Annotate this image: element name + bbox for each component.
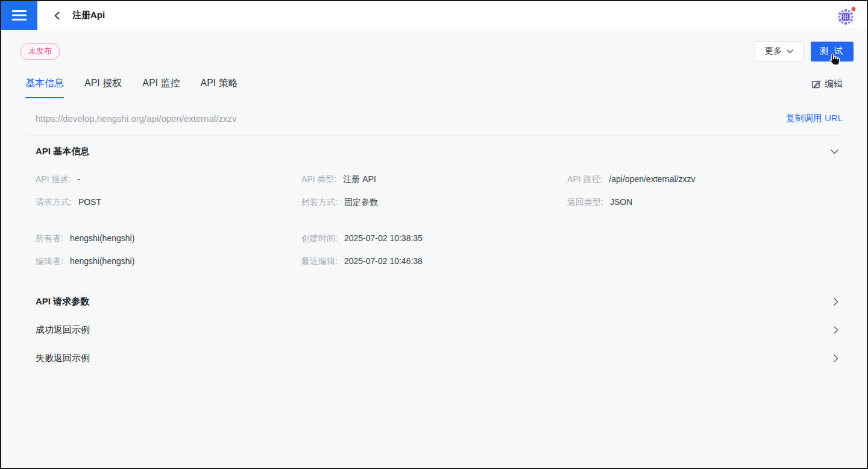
tab-bar: 基本信息 API 授权 API 监控 API 策略 编辑 — [1, 61, 867, 98]
basic-info-meta: 所有者:hengshi(hengshi) 创建时间:2025-07-02 10:… — [25, 232, 843, 267]
api-url-row: https://develop.hengshi.org/api/open/ext… — [25, 113, 843, 124]
divider — [25, 222, 843, 222]
chevron-right-icon — [834, 298, 838, 306]
tab-api-monitor[interactable]: API 监控 — [142, 77, 180, 98]
top-bar: 注册Api — [1, 1, 867, 30]
field-api-description: API 描述:- — [36, 173, 301, 185]
section-success-example[interactable]: 成功返回示例 — [25, 316, 843, 344]
edit-label: 编辑 — [825, 78, 843, 90]
field-request-method: 请求方式:POST — [36, 196, 301, 208]
hamburger-menu-button[interactable] — [1, 1, 37, 30]
api-url: https://develop.hengshi.org/api/open/ext… — [36, 113, 237, 124]
chevron-right-icon — [834, 326, 838, 334]
page-title: 注册Api — [72, 10, 105, 21]
field-created-time: 创建时间:2025-07-02 10:38:35 — [301, 232, 567, 244]
app-window: 注册Api 未发布 更多 — [0, 0, 868, 469]
field-return-type: 返回类型:JSON — [567, 196, 843, 208]
section-failure-example[interactable]: 失败返回示例 — [25, 344, 843, 373]
field-api-path: API 路径:/api/open/external/zxzv — [567, 173, 843, 185]
basic-info-title: API 基本信息 — [36, 146, 89, 157]
hamburger-icon — [12, 10, 27, 20]
edit-icon — [811, 80, 821, 89]
field-wrap-mode: 封装方式:固定参数 — [301, 196, 567, 208]
chevron-right-icon — [834, 354, 838, 362]
flower-logo-icon — [835, 5, 857, 27]
chevron-down-icon — [787, 49, 793, 54]
more-button-label: 更多 — [765, 46, 782, 57]
back-button[interactable] — [51, 9, 64, 22]
action-row: 未发布 更多 测 试 — [1, 30, 867, 61]
field-owner: 所有者:hengshi(hengshi) — [36, 232, 301, 244]
edit-button[interactable]: 编辑 — [811, 78, 843, 98]
section-request-params[interactable]: API 请求参数 — [25, 288, 843, 316]
chevron-down-icon — [831, 150, 838, 154]
main-content: https://develop.hengshi.org/api/open/ext… — [1, 113, 867, 373]
tab-api-auth[interactable]: API 授权 — [84, 77, 122, 98]
notification-dot — [852, 7, 856, 11]
basic-info-header: API 基本信息 — [25, 146, 843, 157]
basic-info-fields: API 描述:- API 类型:注册 API API 路径:/api/open/… — [25, 173, 843, 208]
collapse-toggle[interactable] — [831, 150, 838, 154]
tab-basic-info[interactable]: 基本信息 — [25, 77, 64, 98]
more-button[interactable]: 更多 — [755, 41, 804, 61]
field-last-edited: 最近编辑:2025-07-02 10:46:38 — [301, 255, 567, 267]
test-button[interactable]: 测 试 — [811, 42, 854, 61]
divider — [25, 135, 843, 136]
field-editor: 编辑者:hengshi(hengshi) — [36, 255, 301, 267]
field-empty — [567, 232, 843, 244]
collapsed-sections: API 请求参数 成功返回示例 失败返回示例 — [25, 288, 843, 373]
copy-url-link[interactable]: 复制调用 URL — [786, 113, 843, 124]
field-api-type: API 类型:注册 API — [301, 173, 567, 185]
app-logo[interactable] — [835, 5, 857, 27]
chevron-left-icon — [53, 11, 61, 20]
tab-api-policy[interactable]: API 策略 — [200, 77, 237, 98]
status-badge: 未发布 — [20, 43, 60, 60]
